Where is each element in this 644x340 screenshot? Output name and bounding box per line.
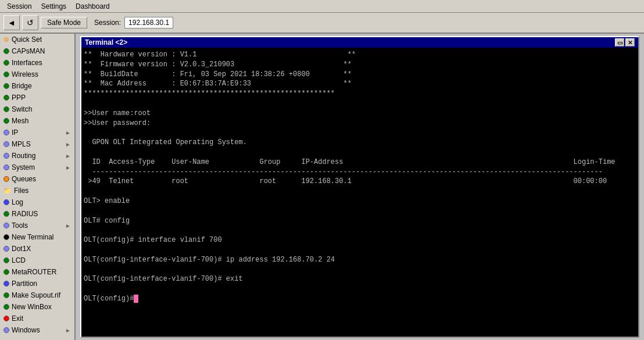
- sidebar-item-label: Dot1X: [12, 245, 71, 253]
- sidebar-item-mesh[interactable]: Mesh: [0, 115, 74, 127]
- back-button[interactable]: ◄: [3, 15, 20, 30]
- sidebar-item-make-supout[interactable]: Make Supout.rif: [0, 289, 74, 301]
- sidebar-item-label: Switch: [12, 105, 71, 113]
- sidebar-item-lcd[interactable]: LCD: [0, 255, 74, 266]
- session-value: 192.168.30.1: [124, 17, 173, 28]
- dot-icon: [3, 269, 9, 275]
- dot-icon: [3, 304, 9, 310]
- dot-icon: [3, 327, 9, 333]
- sidebar-item-ppp[interactable]: PPP: [0, 92, 74, 103]
- sidebar-item-label: Interfaces: [12, 59, 71, 67]
- dot-icon: [3, 83, 9, 89]
- menu-session[interactable]: Session: [2, 1, 37, 12]
- sidebar-item-tools[interactable]: Tools►: [0, 220, 74, 231]
- sidebar-item-metarouter[interactable]: MetaROUTER: [0, 266, 74, 278]
- sidebar-item-label: New WinBox: [12, 303, 71, 311]
- sidebar-item-files[interactable]: 📁Files: [0, 185, 74, 196]
- gear-icon: ⚙: [3, 36, 9, 44]
- sidebar-item-windows[interactable]: Windows►: [0, 324, 74, 336]
- sidebar-item-quick-set[interactable]: ⚙Quick Set: [0, 34, 74, 45]
- arrow-icon: ►: [65, 223, 71, 229]
- terminal-restore-button[interactable]: ▭: [615, 38, 624, 46]
- dot-icon: [3, 71, 9, 77]
- arrow-icon: ►: [65, 130, 71, 136]
- terminal-close-button[interactable]: ✕: [625, 38, 635, 46]
- sidebar-item-system[interactable]: System►: [0, 162, 74, 173]
- sidebar-item-new-winbox[interactable]: New WinBox: [0, 301, 74, 313]
- sidebar-item-label: Mesh: [12, 117, 71, 125]
- folder-icon: 📁: [3, 187, 12, 195]
- sidebar-item-label: Routing: [12, 152, 63, 160]
- sidebar-item-label: Tools: [12, 221, 63, 230]
- sidebar-item-radius[interactable]: RADIUS: [0, 208, 74, 220]
- sidebar-item-label: Files: [14, 187, 71, 195]
- dot-icon: [3, 316, 9, 321]
- session-label: Session:: [94, 19, 121, 27]
- sidebar-item-label: IP: [12, 128, 63, 137]
- arrow-icon: ►: [65, 164, 71, 171]
- sidebar-item-label: Make Supout.rif: [12, 291, 71, 299]
- sidebar-item-label: Partition: [12, 280, 71, 288]
- dot-icon: [3, 141, 9, 147]
- menu-bar: Session Settings Dashboard: [0, 0, 644, 13]
- main-layout: ⚙Quick SetCAPsMANInterfacesWirelessBridg…: [0, 34, 644, 340]
- dot-icon: [3, 164, 9, 170]
- dot-icon: [3, 95, 9, 101]
- terminal-controls: ▭ ✕: [615, 38, 635, 46]
- sidebar-item-new-terminal[interactable]: New Terminal: [0, 231, 74, 243]
- sidebar-item-wireless[interactable]: Wireless: [0, 69, 74, 80]
- toolbar: ◄ ↺ Safe Mode Session: 192.168.30.1: [0, 13, 644, 34]
- sidebar-item-mpls[interactable]: MPLS►: [0, 138, 74, 150]
- dot-icon: [3, 223, 9, 228]
- dot-icon: [3, 234, 9, 240]
- menu-settings[interactable]: Settings: [37, 1, 71, 12]
- sidebar: ⚙Quick SetCAPsMANInterfacesWirelessBridg…: [0, 34, 76, 340]
- sidebar-item-interfaces[interactable]: Interfaces: [0, 57, 74, 69]
- sidebar-item-log[interactable]: Log: [0, 196, 74, 208]
- sidebar-item-label: Windows: [12, 326, 63, 334]
- sidebar-item-label: LCD: [12, 256, 71, 264]
- sidebar-item-bridge[interactable]: Bridge: [0, 80, 74, 92]
- dot-icon: [3, 211, 9, 217]
- dot-icon: [3, 176, 9, 182]
- sidebar-item-label: CAPsMAN: [12, 47, 71, 55]
- dot-icon: [3, 118, 9, 124]
- dot-icon: [3, 153, 9, 159]
- sidebar-item-label: Bridge: [12, 82, 71, 90]
- dot-icon: [3, 281, 9, 287]
- sidebar-item-label: Exit: [12, 314, 71, 323]
- menu-dashboard[interactable]: Dashboard: [71, 1, 115, 12]
- sidebar-item-switch[interactable]: Switch: [0, 103, 74, 115]
- sidebar-item-label: System: [12, 163, 63, 171]
- terminal-cursor: [134, 295, 138, 303]
- dot-icon: [3, 48, 9, 54]
- terminal-titlebar: Terminal <2> ▭ ✕: [81, 37, 638, 48]
- terminal-body[interactable]: ** Hardware version : V1.1 ** ** Firmwar…: [81, 48, 638, 337]
- sidebar-item-dot1x[interactable]: Dot1X: [0, 243, 74, 255]
- sidebar-item-label: PPP: [12, 94, 71, 102]
- sidebar-item-exit[interactable]: Exit: [0, 313, 74, 324]
- sidebar-item-queues[interactable]: Queues: [0, 173, 74, 185]
- dot-icon: [3, 130, 9, 135]
- dot-icon: [3, 106, 9, 112]
- safe-mode-button[interactable]: Safe Mode: [41, 17, 87, 28]
- sidebar-item-label: Queues: [12, 175, 71, 183]
- refresh-button[interactable]: ↺: [22, 15, 38, 30]
- arrow-icon: ►: [65, 327, 71, 334]
- sidebar-item-label: Quick Set: [12, 35, 71, 44]
- sidebar-item-capsman[interactable]: CAPsMAN: [0, 45, 74, 57]
- sidebar-item-partition[interactable]: Partition: [0, 278, 74, 289]
- dot-icon: [3, 246, 9, 252]
- dot-icon: [3, 199, 9, 205]
- dot-icon: [3, 257, 9, 263]
- sidebar-item-routing[interactable]: Routing►: [0, 150, 74, 162]
- sidebar-item-label: New Terminal: [12, 233, 71, 241]
- arrow-icon: ►: [65, 153, 71, 159]
- sidebar-item-label: MPLS: [12, 140, 63, 148]
- sidebar-item-label: RADIUS: [12, 210, 71, 218]
- sidebar-item-label: Log: [12, 198, 71, 206]
- sidebar-item-ip[interactable]: IP►: [0, 127, 74, 138]
- dot-icon: [3, 60, 9, 66]
- sidebar-item-label: MetaROUTER: [12, 268, 71, 276]
- terminal-title: Terminal <2>: [85, 38, 615, 46]
